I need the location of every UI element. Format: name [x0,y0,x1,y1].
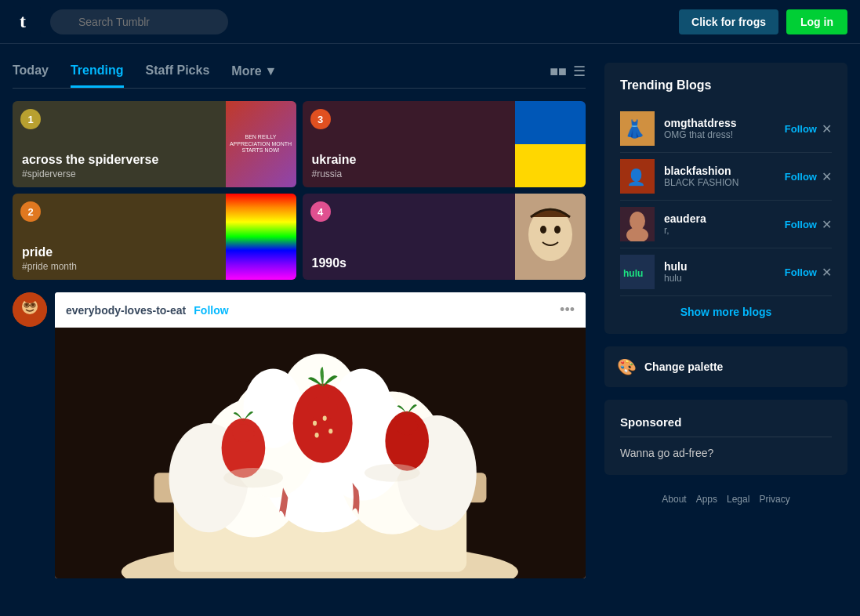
svg-point-4 [540,226,546,234]
trend-card-4[interactable]: 4 1990s [303,194,586,280]
follow-button-eaudera[interactable]: Follow [785,219,817,230]
post-more-button[interactable]: ••• [560,302,575,318]
blog-info-omgthatdress: omgthatdress OMG that dress! [664,117,775,140]
grid-view-button[interactable]: ■■ [550,63,567,80]
dismiss-button-blackfashion[interactable]: ✕ [822,169,832,184]
more-chevron-icon: ▼ [265,64,278,78]
blog-info-eaudera: eaudera r, [664,212,775,236]
tab-today[interactable]: Today [13,63,49,88]
blog-actions-omgthatdress: Follow ✕ [785,121,832,136]
change-palette-button[interactable]: 🎨 Change palette [604,346,847,387]
tabs-nav: Today Trending Staff Picks More ▼ ■■ ☰ [13,63,586,89]
trend-tag-1: #spiderverse [22,168,216,179]
trend-card-3[interactable]: 3 ukraine #russia [303,101,586,187]
trend-info-2: pride #pride month [13,237,226,280]
list-view-button[interactable]: ☰ [573,63,586,80]
frogs-button[interactable]: Click for frogs [679,9,778,34]
blog-name-blackfashion: blackfashion [664,165,775,177]
trending-blogs-title: Trending Blogs [620,78,832,92]
trend-tag-3: #russia [312,168,506,179]
sponsored-text: Wanna go ad-free? [620,447,832,459]
main-layout: Today Trending Staff Picks More ▼ ■■ ☰ 1… [0,44,860,597]
svg-text:👤: 👤 [626,168,646,187]
content-area: Today Trending Staff Picks More ▼ ■■ ☰ 1… [13,63,586,578]
header: t 🔍 Click for frogs Log in [0,0,860,44]
follow-button-omgthatdress[interactable]: Follow [785,123,817,135]
svg-point-29 [308,397,338,420]
svg-point-33 [315,433,319,437]
sponsored-title: Sponsored [620,415,832,429]
blog-name-eaudera: eaudera [664,212,775,225]
blog-item-omgthatdress: 👗 omgthatdress OMG that dress! Follow ✕ [620,105,832,153]
tab-staff-picks[interactable]: Staff Picks [146,63,210,88]
svg-point-9 [31,303,34,306]
svg-point-32 [328,429,332,433]
svg-point-35 [233,424,255,442]
sponsored-card: Sponsored Wanna go ad-free? [604,400,847,475]
svg-point-39 [365,464,420,482]
trend-title-3: ukraine [312,152,506,167]
follow-button-blackfashion[interactable]: Follow [785,171,817,183]
svg-point-28 [293,383,353,462]
post-username[interactable]: everybody-loves-to-eat [66,304,186,317]
trend-card-1[interactable]: 1 across the spiderverse #spiderverse BE… [13,101,296,187]
trend-rank-2: 2 [20,201,41,222]
blog-info-blackfashion: blackfashion BLACK FASHION [664,165,775,188]
follow-button-hulu[interactable]: Follow [785,266,817,278]
trend-info-3: ukraine #russia [303,144,516,187]
login-button[interactable]: Log in [786,9,847,34]
post-header: everybody-loves-to-eat Follow ••• [55,292,586,328]
trend-rank-3: 3 [310,109,331,129]
blog-avatar-hulu[interactable]: hulu [620,255,655,289]
footer-legal[interactable]: Legal [727,494,749,505]
blog-actions-hulu: Follow ✕ [785,265,832,280]
blog-name-hulu: hulu [664,260,775,273]
search-wrapper: 🔍 [50,9,411,34]
blog-name-omgthatdress: omgthatdress [664,117,775,129]
blog-desc-eaudera: r, [664,225,775,236]
svg-rect-0 [13,6,41,34]
tab-more[interactable]: More ▼ [231,64,277,86]
trend-card-2[interactable]: 2 pride #pride month [13,194,296,280]
dismiss-button-eaudera[interactable]: ✕ [822,217,832,232]
trending-grid: 1 across the spiderverse #spiderverse BE… [13,101,586,280]
post-follow-button[interactable]: Follow [194,304,228,317]
svg-point-8 [25,303,28,306]
post-sidebar-avatar [13,292,47,327]
blog-actions-blackfashion: Follow ✕ [785,169,832,184]
blog-desc-hulu: hulu [664,273,775,284]
trend-title-4: 1990s [312,255,506,270]
footer-about[interactable]: About [662,494,686,505]
footer-links: About Apps Legal Privacy [604,487,847,511]
trend-thumb-1: BEN REILLY APPRECIATION MONTH STARTS NOW… [226,101,296,187]
svg-point-10 [24,294,36,303]
footer-apps[interactable]: Apps [696,494,717,505]
blog-desc-omgthatdress: OMG that dress! [664,129,775,140]
blog-actions-eaudera: Follow ✕ [785,217,832,232]
trend-thumb-2 [226,194,296,280]
dismiss-button-hulu[interactable]: ✕ [822,265,832,280]
svg-text:hulu: hulu [623,268,643,279]
sponsored-divider [620,437,832,437]
tab-trending[interactable]: Trending [71,63,124,88]
blog-avatar-eaudera[interactable] [620,207,655,241]
blog-item-eaudera: eaudera r, Follow ✕ [620,201,832,248]
blog-avatar-omgthatdress[interactable]: 👗 [620,111,655,146]
tumblr-logo[interactable]: t [13,6,41,38]
trend-thumb-4 [515,194,586,280]
trend-rank-4: 4 [310,201,331,222]
header-right: Click for frogs Log in [679,9,847,34]
trend-title-2: pride [22,245,216,259]
trend-title-1: across the spiderverse [22,152,216,167]
sidebar: Trending Blogs 👗 omgthatdress OMG that d… [604,63,847,578]
svg-point-37 [396,417,418,435]
footer-privacy[interactable]: Privacy [759,494,789,505]
more-label: More [231,64,261,78]
show-more-blogs-button[interactable]: Show more blogs [620,296,832,318]
post-image [55,328,586,578]
trending-blogs-card: Trending Blogs 👗 omgthatdress OMG that d… [604,63,847,334]
search-input[interactable] [50,9,228,34]
dismiss-button-omgthatdress[interactable]: ✕ [822,121,832,136]
blog-avatar-blackfashion[interactable]: 👤 [620,159,655,194]
trend-tag-2: #pride month [22,261,216,272]
